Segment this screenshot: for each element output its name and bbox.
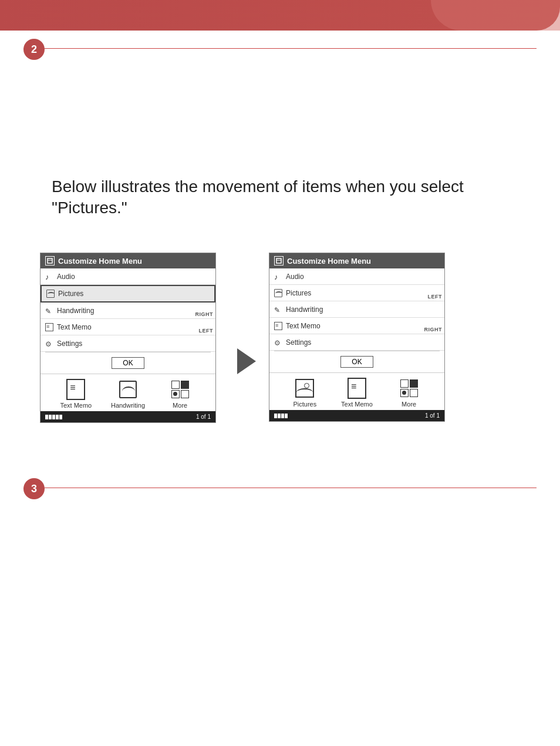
- bottom-textmemo-label-left: Text Memo: [60, 402, 92, 409]
- pictures-icon-right: [274, 289, 282, 297]
- bottom-icons-left: Text Memo Handwriting: [41, 374, 215, 411]
- battery-icon-left: [45, 415, 62, 419]
- more-squares-right: [400, 379, 418, 397]
- bottom-divider: [23, 488, 537, 488]
- large-handwriting-icon-left: [119, 379, 137, 400]
- bottom-textmemo-label-right: Text Memo: [341, 401, 373, 408]
- bottom-more-graphic-right: [399, 378, 420, 399]
- menu-item-settings-right[interactable]: Settings: [269, 334, 444, 351]
- textmemo-icon-right: [274, 322, 282, 330]
- sq1r: [400, 379, 409, 388]
- svg-rect-2: [276, 258, 281, 263]
- menu-item-audio-right[interactable]: Audio: [269, 268, 444, 285]
- menu-title-bar-right: Customize Home Menu: [269, 253, 444, 268]
- menu-panel-left: Customize Home Menu Audio Pictures Handw…: [40, 253, 216, 423]
- top-divider: [23, 48, 537, 49]
- sq1: [171, 381, 180, 389]
- large-more-icon-right: [400, 378, 419, 399]
- large-textmemo-icon-left: [66, 379, 85, 400]
- tag-right-textmemo: RIGHT: [424, 327, 443, 332]
- pictures-icon-left: [46, 290, 55, 298]
- large-more-icon-left: [171, 379, 190, 400]
- textmemo-icon-left: [45, 323, 53, 331]
- menu-item-textmemo-left[interactable]: Text Memo LEFT: [41, 319, 215, 335]
- bottom-more-right[interactable]: More: [389, 378, 430, 408]
- menu-item-audio-left[interactable]: Audio: [41, 268, 215, 285]
- handwriting-icon-left: [45, 307, 53, 315]
- menu-panel-right: Customize Home Menu Audio Pictures LEFT …: [269, 253, 445, 422]
- bottom-more-left[interactable]: More: [160, 379, 201, 409]
- step-3-badge: 3: [23, 478, 45, 499]
- step-2-badge: 2: [23, 39, 45, 60]
- sq4r: [410, 389, 418, 397]
- heading-text: Below illustrates the movement of items …: [52, 176, 464, 219]
- menu-item-pictures-right[interactable]: Pictures LEFT: [269, 285, 444, 301]
- sq2r: [410, 379, 418, 388]
- sq3: [171, 390, 180, 398]
- bottom-handwriting-label-left: Handwriting: [111, 402, 145, 409]
- bottom-handwriting-left[interactable]: Handwriting: [107, 379, 149, 409]
- handwriting-inner-left: [119, 381, 137, 398]
- settings-icon-left: [45, 340, 53, 348]
- tag-right-handwriting: RIGHT: [195, 311, 214, 317]
- ok-area-left: OK: [41, 352, 215, 374]
- large-pictures-icon-right: [295, 379, 314, 398]
- header-accent: [431, 0, 560, 31]
- bottom-more-graphic-left: [170, 379, 191, 400]
- sq3r: [400, 389, 409, 397]
- audio-icon-left: [45, 273, 53, 281]
- tag-left-textmemo: LEFT: [199, 328, 214, 334]
- bottom-textmemo-graphic-right: [346, 378, 367, 399]
- bottom-textmemo-left[interactable]: Text Memo: [55, 379, 96, 409]
- menu-item-handwriting-right[interactable]: Handwriting: [269, 301, 444, 318]
- tag-left-pictures: LEFT: [428, 294, 443, 300]
- ok-button-right[interactable]: OK: [340, 356, 373, 368]
- menu-item-textmemo-right[interactable]: Text Memo RIGHT: [269, 318, 444, 334]
- bottom-more-label-left: More: [173, 402, 187, 409]
- menu-item-handwriting-left[interactable]: Handwriting RIGHT: [41, 303, 215, 319]
- svg-rect-0: [48, 258, 52, 263]
- bottom-handwriting-graphic-left: [117, 379, 139, 400]
- more-squares-left: [171, 381, 189, 398]
- menu-footer-right: 1 of 1: [269, 410, 444, 421]
- menu-footer-left: 1 of 1: [41, 411, 215, 422]
- menu-title-icon-left: [45, 256, 55, 266]
- arrow-container: [229, 347, 264, 376]
- bottom-pictures-label-right: Pictures: [293, 401, 316, 408]
- sq2: [181, 381, 189, 389]
- audio-icon-right: [274, 273, 282, 281]
- right-arrow-icon: [237, 348, 256, 374]
- bottom-textmemo-right[interactable]: Text Memo: [336, 378, 377, 408]
- bottom-pictures-graphic-right: [294, 378, 315, 399]
- sq4: [181, 390, 189, 398]
- large-textmemo-icon-right: [348, 378, 366, 399]
- ok-area-right: OK: [269, 351, 444, 373]
- bottom-pictures-right[interactable]: Pictures: [284, 378, 325, 408]
- battery-icon-right: [274, 414, 288, 418]
- ok-button-left[interactable]: OK: [112, 357, 144, 369]
- menu-title-icon-right: [274, 256, 284, 266]
- menu-title-bar-left: Customize Home Menu: [41, 253, 215, 268]
- bottom-more-label-right: More: [402, 401, 416, 408]
- header-bar: [0, 0, 560, 31]
- bottom-icons-right: Pictures Text Memo More: [269, 373, 444, 410]
- menu-item-pictures-left[interactable]: Pictures: [41, 285, 215, 303]
- menu-item-settings-left[interactable]: Settings: [41, 335, 215, 352]
- settings-icon-right: [274, 338, 282, 347]
- bottom-textmemo-graphic-left: [65, 379, 86, 400]
- handwriting-icon-right: [274, 305, 282, 314]
